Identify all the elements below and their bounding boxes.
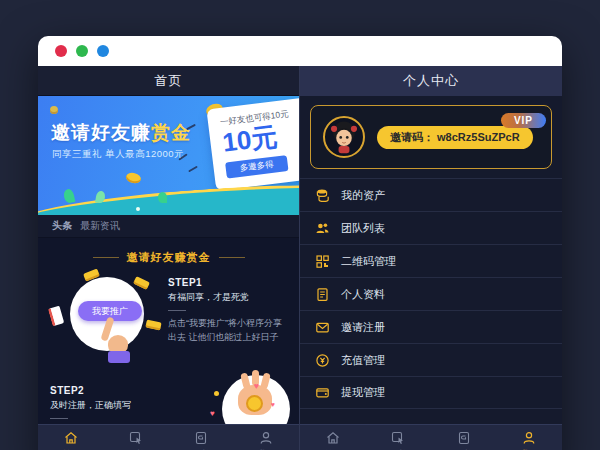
personal-center-title: 个人中心 [300, 66, 562, 96]
step1-label: STEP1 [168, 277, 287, 288]
news-ticker[interactable]: 头条 最新资讯 [38, 215, 299, 238]
receive-order-icon [193, 430, 209, 446]
grab-order-icon [128, 430, 144, 446]
menu-item-withdraw[interactable]: 提现管理 [300, 376, 562, 409]
section-title: 邀请好友赚赏金 [127, 250, 211, 265]
banner-title: 邀请好友赚赏金 [51, 120, 191, 146]
step2-block: STEP2 及时注册，正确填写 被邀请好友按要求填写注册信息 并进行提交 注册成… [50, 375, 287, 424]
divider [168, 310, 186, 311]
assets-coins-icon [315, 188, 330, 203]
envelope-icon [315, 320, 330, 335]
personal-tabbar: 首页 抢单 收单 我的 [300, 424, 562, 450]
step1-description: 点击“我要推广”将小程序分享出去 让他们也能过上好日子 [168, 317, 287, 345]
tab-receive-order[interactable]: 收单 [169, 430, 234, 450]
invite-more-button[interactable]: 多邀多得 [225, 155, 288, 178]
menu-item-qrcode[interactable]: 二维码管理 [300, 244, 562, 277]
step2-label: STEP2 [50, 385, 200, 396]
invite-code-pill[interactable]: 邀请码： w8cRz5SuZPcR [377, 126, 533, 149]
plant-decoration [158, 192, 167, 203]
menu-item-invite-register[interactable]: 邀请注册 [300, 310, 562, 343]
receive-order-icon [456, 430, 472, 446]
coin-icon [246, 395, 263, 412]
home-tabbar: 首页 抢单 收单 我的 [38, 424, 299, 450]
dot-decoration [136, 207, 140, 211]
step2-text: STEP2 及时注册，正确填写 被邀请好友按要求填写注册信息 并进行提交 [50, 375, 200, 424]
wallet-icon [315, 385, 330, 400]
menu-item-profile[interactable]: 个人资料 [300, 277, 562, 310]
sparkle-decoration [188, 166, 198, 173]
heart-decoration: ♥ [210, 409, 215, 418]
recharge-coin-icon [315, 353, 330, 368]
personal-center-content: 邀请码： w8cRz5SuZPcR VIP 我的资产 团队列表 二维码管理 [300, 96, 562, 424]
tab-home[interactable]: 首页 [38, 430, 103, 450]
tab-mine[interactable]: 我的 [234, 430, 299, 450]
step2-illustration: 注册成功 ♥ ♥ ♥ [200, 375, 287, 424]
news-tag: 头条 [52, 219, 72, 233]
banner-subtitle: 同享三重礼 单人最高12000元 [52, 148, 184, 161]
coin-decoration [125, 171, 142, 184]
step1-headline: 有福同享，才是死党 [168, 291, 287, 304]
paper-decoration [145, 320, 161, 331]
menu-item-team-list[interactable]: 团队列表 [300, 211, 562, 244]
plant-decoration [63, 188, 76, 204]
step2-headline: 及时注册，正确填写 [50, 399, 200, 412]
avatar[interactable] [323, 116, 365, 158]
window-titlebar [38, 36, 562, 66]
invite-banner[interactable]: 邀请好友赚赏金 同享三重礼 单人最高12000元 一好友也可得10元 10元 多… [38, 96, 299, 215]
personal-menu: 我的资产 团队列表 二维码管理 个人资料 [300, 178, 562, 409]
traffic-light-close[interactable] [55, 45, 67, 57]
traffic-light-minimize[interactable] [76, 45, 88, 57]
person-icon [258, 430, 274, 446]
personal-center-screen: 个人中心 [300, 66, 562, 450]
home-page-title: 首页 [38, 66, 299, 96]
team-icon [315, 221, 330, 236]
traffic-light-maximize[interactable] [97, 45, 109, 57]
profile-doc-icon [315, 287, 330, 302]
divider [93, 257, 119, 258]
coin-decoration [50, 106, 58, 114]
app-window: 首页 邀请好友赚赏金 同享三重礼 单人最高12000元 一好友也可得10元 10… [38, 36, 562, 450]
qrcode-icon [315, 254, 330, 269]
heart-decoration: ♥ [254, 381, 259, 391]
home-screen: 首页 邀请好友赚赏金 同享三重礼 单人最高12000元 一好友也可得10元 10… [38, 66, 300, 450]
menu-item-my-assets[interactable]: 我的资产 [300, 178, 562, 211]
vip-badge: VIP [501, 113, 546, 128]
home-icon [63, 430, 79, 446]
divider [50, 418, 68, 419]
tab-mine[interactable]: 我的 [497, 430, 563, 450]
note-decoration [48, 306, 64, 327]
dot-decoration [214, 391, 219, 396]
paper-decoration [133, 276, 150, 290]
hand-icon [108, 351, 130, 363]
heart-decoration: ♥ [271, 401, 275, 408]
news-text: 最新资讯 [80, 219, 120, 233]
invite-guide-section: 邀请好友赚赏金 我要推广 [38, 238, 299, 424]
tab-grab-order[interactable]: 抢单 [103, 430, 168, 450]
user-card: 邀请码： w8cRz5SuZPcR VIP [310, 105, 552, 169]
menu-item-recharge[interactable]: 充值管理 [300, 343, 562, 376]
grab-order-icon [390, 430, 406, 446]
person-icon [521, 430, 537, 446]
tab-grab-order[interactable]: 抢单 [366, 430, 432, 450]
home-icon [325, 430, 341, 446]
step1-illustration: 我要推广 [50, 273, 162, 365]
step1-block: 我要推广 STEP1 有福同享，才是死党 点击“我要推广”将小程序分享出去 让他… [50, 273, 287, 365]
tab-receive-order[interactable]: 收单 [431, 430, 497, 450]
tab-home[interactable]: 首页 [300, 430, 366, 450]
banner-reward-card: 一好友也可得10元 10元 多邀多得 [206, 96, 299, 191]
step1-text: STEP1 有福同享，才是死党 点击“我要推广”将小程序分享出去 让他们也能过上… [162, 273, 287, 365]
divider [219, 257, 245, 258]
